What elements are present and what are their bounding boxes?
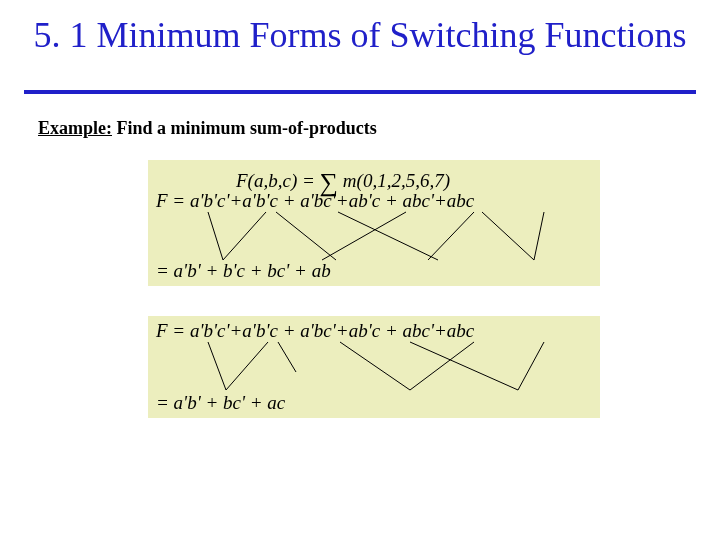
- derivation-block-1: F(a,b,c) = ∑ m(0,1,2,5,6,7) F = a'b'c'+a…: [148, 160, 600, 286]
- svg-line-11: [340, 342, 410, 390]
- svg-line-0: [208, 212, 223, 260]
- svg-line-7: [534, 212, 544, 260]
- svg-line-2: [276, 212, 336, 260]
- derivation-block-2: F = a'b'c'+a'b'c + a'bc'+ab'c + abc'+abc…: [148, 316, 600, 418]
- svg-line-9: [226, 342, 268, 390]
- svg-line-10: [278, 342, 296, 372]
- svg-line-6: [482, 212, 534, 260]
- svg-line-4: [338, 212, 438, 260]
- svg-line-14: [518, 342, 544, 390]
- eq-block2-expanded: F = a'b'c'+a'b'c + a'bc'+ab'c + abc'+abc: [156, 320, 474, 342]
- svg-line-13: [410, 342, 518, 390]
- svg-line-5: [428, 212, 474, 260]
- eq-block2-reduced: = a'b' + bc' + ac: [156, 392, 285, 414]
- title-rule: [24, 90, 696, 94]
- example-lead: Example:: [38, 118, 112, 138]
- svg-line-1: [223, 212, 266, 260]
- eq-block1-reduced: = a'b' + b'c + bc' + ab: [156, 260, 331, 282]
- svg-line-8: [208, 342, 226, 390]
- slide-title: 5. 1 Minimum Forms of Switching Function…: [0, 14, 720, 57]
- example-heading: Example: Find a minimum sum-of-products: [38, 118, 377, 139]
- svg-line-12: [410, 342, 474, 390]
- example-rest: Find a minimum sum-of-products: [112, 118, 377, 138]
- eq-block1-expanded: F = a'b'c'+a'b'c + a'bc'+ab'c + abc'+abc: [156, 190, 474, 212]
- svg-line-3: [322, 212, 406, 260]
